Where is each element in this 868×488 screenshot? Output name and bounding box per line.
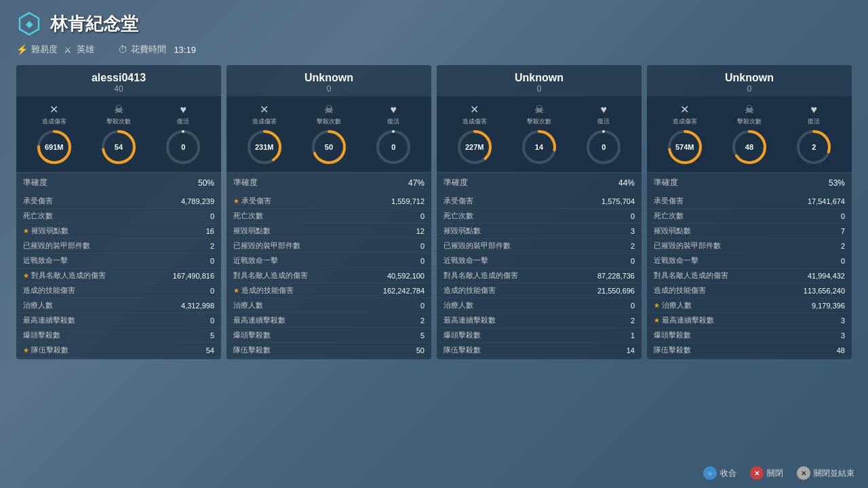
- kills-icon: ☠: [114, 103, 123, 116]
- revive-icon: ♥: [811, 104, 818, 116]
- stat-name: 治療人數: [443, 300, 473, 310]
- star-icon: ★: [23, 227, 29, 235]
- close-end-icon: ✕: [797, 466, 810, 480]
- difficulty-icon: ⚡: [16, 44, 28, 55]
- damage-label: 造成傷害: [42, 117, 66, 126]
- stat-name: 已摧毀的裝甲部件數: [654, 241, 721, 251]
- revive-icon: ♥: [601, 104, 608, 116]
- accuracy-row: 準確度 47%: [226, 172, 431, 192]
- close-btn[interactable]: ✕ 關閉: [750, 466, 783, 480]
- stat-value: 17,541,674: [808, 197, 845, 205]
- player-header: Unknown 0: [226, 65, 431, 96]
- damage-label: 造成傷害: [252, 117, 277, 126]
- players-row: alessi0413 40 ✕ 造成傷害 691M ☠ 擊殺次數: [16, 65, 852, 359]
- stat-row: 近戰致命一擊 0: [16, 253, 221, 268]
- revive-circle-item: ♥ 復活 0: [585, 104, 622, 165]
- damage-value: 574M: [675, 143, 694, 151]
- stat-value: 16: [206, 227, 214, 235]
- star-icon: ★: [233, 287, 239, 294]
- player-header: alessi0413 40: [16, 65, 221, 96]
- accuracy-row: 準確度 44%: [437, 172, 642, 192]
- stat-row: ★ 治療人數 9,179,396: [647, 298, 852, 313]
- stat-value: 0: [420, 257, 425, 265]
- star-icon: ★: [654, 317, 660, 324]
- stat-row: 爆頭擊殺數 5: [226, 328, 431, 343]
- stat-name: ★ 治療人數: [654, 300, 692, 310]
- damage-icon: ✕: [470, 103, 479, 116]
- stat-value: 7: [841, 227, 845, 235]
- stat-value: 3: [631, 227, 635, 235]
- difficulty-item: ⚡ 難易度 ⚔ 英雄: [16, 43, 94, 56]
- stat-value: 0: [631, 302, 635, 310]
- stat-row: 摧毀弱點數 12: [226, 224, 431, 239]
- stat-row: 死亡次數 0: [16, 209, 221, 224]
- kills-circle-item: ☠ 擊殺次數 14: [521, 103, 557, 165]
- collapse-btn[interactable]: ○ 收合: [703, 466, 736, 480]
- kills-icon: ☠: [534, 103, 544, 116]
- stat-row: 近戰致命一擊 0: [437, 253, 642, 268]
- stat-name: 近戰致命一擊: [443, 256, 488, 266]
- damage-circle: 691M: [36, 129, 73, 165]
- stat-row: ★ 對具名敵人造成的傷害 167,490,816: [16, 268, 221, 283]
- divider1: |: [105, 45, 107, 55]
- player-card-2: Unknown 0 ✕ 造成傷害 227M ☠ 擊殺次數: [437, 65, 642, 359]
- close-end-btn[interactable]: ✕ 關閉並結束: [797, 466, 854, 480]
- revive-circle: 2: [795, 129, 832, 165]
- stat-name: ★ 最高連續擊殺數: [654, 315, 714, 325]
- stat-name: 死亡次數: [654, 211, 684, 221]
- stat-value: 0: [420, 212, 425, 220]
- stat-value: 87,228,736: [597, 272, 635, 280]
- stat-name: 隊伍擊殺數: [654, 345, 691, 355]
- stat-row: 隊伍擊殺數 14: [437, 343, 642, 358]
- kills-label: 擊殺次數: [106, 117, 131, 126]
- revive-circle-item: ♥ 復活 2: [795, 104, 832, 165]
- stat-name: 最高連續擊殺數: [443, 315, 496, 325]
- stat-value: 21,550,696: [597, 287, 635, 295]
- stat-name: 近戰致命一擊: [233, 256, 278, 266]
- stat-value: 4,789,239: [181, 197, 214, 205]
- stat-row: 爆頭擊殺數 1: [437, 328, 642, 343]
- stat-row: 治療人數 0: [226, 298, 431, 313]
- revive-label: 復活: [597, 117, 610, 126]
- stat-name: 造成的技能傷害: [443, 285, 496, 296]
- stat-value: 2: [631, 317, 635, 325]
- revive-circle-item: ♥ 復活 0: [165, 104, 201, 165]
- stat-row: 治療人數 0: [437, 298, 642, 313]
- stat-value: 0: [841, 257, 845, 265]
- stat-row: 承受傷害 4,789,239: [16, 194, 221, 209]
- accuracy-value: 44%: [618, 178, 635, 188]
- damage-icon: ✕: [260, 103, 269, 116]
- stat-row: 爆頭擊殺數 3: [647, 328, 852, 343]
- kills-label: 擊殺次數: [317, 117, 341, 126]
- stat-name: 已摧毀的裝甲部件數: [233, 241, 300, 251]
- stats-list: ★ 承受傷害 1,559,712 死亡次數 0 摧毀弱點數 12 已摧毀的裝甲部…: [226, 192, 431, 359]
- revive-circle: 0: [165, 129, 201, 165]
- revive-value: 0: [391, 143, 395, 151]
- stat-value: 0: [420, 302, 425, 310]
- star-icon: ★: [23, 272, 29, 279]
- kills-value: 50: [325, 143, 333, 151]
- player-header: Unknown 0: [437, 65, 642, 96]
- kills-circle: 50: [311, 129, 347, 165]
- stat-value: 3: [841, 317, 845, 325]
- kills-icon: ☠: [324, 103, 334, 116]
- stat-name: 摧毀弱點數: [654, 226, 691, 236]
- damage-value: 227M: [465, 143, 484, 151]
- difficulty-label: 難易度: [31, 43, 58, 56]
- stats-list: 承受傷害 4,789,239 死亡次數 0 ★ 摧毀弱點數 16 已摧毀的裝甲部…: [16, 192, 221, 359]
- kills-circle-item: ☠ 擊殺次數 54: [100, 103, 137, 165]
- stat-value: 0: [420, 242, 425, 250]
- stat-value: 1,575,704: [601, 197, 635, 205]
- stat-row: 最高連續擊殺數 2: [437, 313, 642, 328]
- stat-name: 對具名敵人造成的傷害: [654, 270, 728, 281]
- stat-name: 摧毀弱點數: [443, 226, 481, 236]
- time-item: ⏱ 花費時間 13:19: [118, 43, 196, 56]
- damage-label: 造成傷害: [673, 117, 697, 126]
- stat-name: 隊伍擊殺數: [443, 345, 481, 355]
- stat-name: 造成的技能傷害: [23, 285, 75, 296]
- stat-value: 0: [841, 212, 845, 220]
- stat-row: 對具名敵人造成的傷害 87,228,736: [437, 268, 642, 283]
- player-level: 0: [233, 84, 425, 94]
- stat-name: ★ 造成的技能傷害: [233, 285, 294, 296]
- stat-value: 0: [210, 212, 214, 220]
